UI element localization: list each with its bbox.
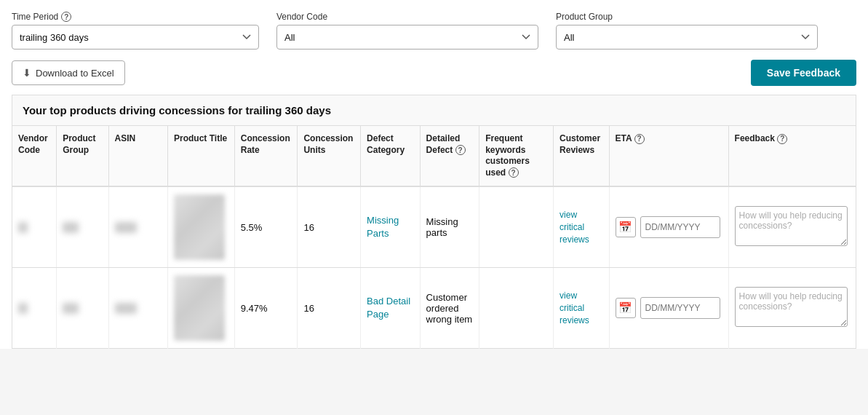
filters-row: Time Period ? trailing 360 days Vendor C…: [12, 12, 856, 50]
cell-feedback-2: [728, 268, 856, 349]
cell-eta-1: 📅: [609, 186, 728, 268]
concession-rate-value-2: 9.47%: [241, 303, 268, 314]
summary-banner: Your top products driving concessions fo…: [12, 95, 856, 125]
cell-product-title-2: [168, 268, 235, 349]
cell-customer-reviews-2: view critical reviews: [554, 268, 609, 349]
detailed-defect-help-icon[interactable]: ?: [455, 145, 466, 155]
cell-frequent-keywords-2: [479, 268, 554, 349]
time-period-select[interactable]: trailing 360 days: [12, 25, 259, 50]
download-label: Download to Excel: [36, 68, 114, 79]
time-period-help-icon[interactable]: ?: [61, 12, 71, 22]
col-header-asin: ASIN: [108, 126, 168, 187]
cell-customer-reviews-1: view critical reviews: [554, 186, 609, 268]
calendar-icon-btn-2[interactable]: 📅: [616, 298, 636, 318]
col-header-concession-rate: Concession Rate: [234, 126, 298, 187]
customer-reviews-link-1[interactable]: view critical reviews: [560, 210, 589, 245]
download-icon: ⬇: [23, 67, 31, 79]
eta-input-2[interactable]: [640, 297, 720, 319]
concession-units-value-1: 16: [303, 222, 314, 233]
feedback-textarea-2[interactable]: [735, 287, 848, 327]
col-header-detailed-defect: Detailed Defect ?: [420, 126, 479, 187]
cell-frequent-keywords-1: [479, 186, 554, 268]
cell-vendor-code-1: ---: [12, 186, 57, 268]
cell-concession-rate-2: 9.47%: [234, 268, 298, 349]
col-header-concession-units: Concession Units: [298, 126, 361, 187]
cell-product-group-1: -----: [57, 186, 108, 268]
eta-cell-2: 📅: [616, 297, 722, 319]
feedback-help-icon[interactable]: ?: [777, 134, 787, 144]
filter-vendor-code: Vendor Code All: [276, 12, 538, 50]
detailed-defect-value-2: Customer ordered wrong item: [426, 292, 473, 325]
col-header-feedback: Feedback ?: [728, 126, 856, 187]
detailed-defect-value-1: Missing parts: [426, 216, 458, 238]
blurred-product-group-1: -----: [63, 222, 79, 233]
defect-category-link-1[interactable]: Missing Parts: [367, 215, 399, 239]
data-table: Vendor Code Product Group ASIN Product T…: [12, 125, 856, 349]
cell-defect-category-2: Bad Detail Page: [361, 268, 421, 349]
download-button[interactable]: ⬇ Download to Excel: [12, 60, 125, 85]
save-feedback-button[interactable]: Save Feedback: [751, 60, 856, 86]
col-header-vendor-code: Vendor Code: [12, 126, 57, 187]
filter-time-period: Time Period ? trailing 360 days: [12, 12, 259, 50]
vendor-code-select[interactable]: All: [276, 25, 538, 50]
blurred-vendor-code-2: ---: [18, 303, 28, 314]
col-header-customer-reviews: Customer Reviews: [554, 126, 609, 187]
blurred-vendor-code-1: ---: [18, 222, 28, 233]
time-period-label-text: Time Period: [12, 12, 58, 22]
product-image-1: [174, 194, 225, 260]
col-header-frequent-keywords: Frequent keywords customers used ?: [479, 126, 554, 187]
cell-product-title-1: [168, 186, 235, 268]
toolbar-row: ⬇ Download to Excel Save Feedback: [12, 60, 856, 86]
eta-cell-1: 📅: [616, 216, 722, 238]
calendar-icon-btn-1[interactable]: 📅: [616, 217, 636, 237]
cell-concession-units-1: 16: [298, 186, 361, 268]
col-header-defect-category: Defect Category: [361, 126, 421, 187]
cell-feedback-1: [728, 186, 856, 268]
concession-rate-value-1: 5.5%: [241, 222, 263, 233]
product-image-2: [174, 275, 225, 341]
vendor-code-label: Vendor Code: [276, 12, 538, 22]
product-group-label-text: Product Group: [556, 12, 613, 22]
table-row: --- ----- ------- 5.5% 16 Missi: [12, 186, 856, 268]
cell-detailed-defect-1: Missing parts: [420, 186, 479, 268]
eta-input-1[interactable]: [640, 216, 720, 238]
eta-help-icon[interactable]: ?: [634, 134, 645, 144]
cell-asin-1: -------: [108, 186, 168, 268]
product-group-select[interactable]: All: [556, 25, 818, 50]
cell-product-group-2: -----: [57, 268, 108, 349]
blurred-asin-2: -------: [115, 303, 137, 314]
cell-eta-2: 📅: [609, 268, 728, 349]
calendar-icon-1: 📅: [618, 221, 632, 234]
col-header-product-title: Product Title: [168, 126, 235, 187]
product-group-label: Product Group: [556, 12, 818, 22]
col-header-eta: ETA ?: [609, 126, 728, 187]
calendar-icon-2: 📅: [618, 301, 632, 315]
cell-concession-units-2: 16: [298, 268, 361, 349]
cell-concession-rate-1: 5.5%: [234, 186, 298, 268]
page-wrapper: Time Period ? trailing 360 days Vendor C…: [0, 0, 868, 349]
customer-reviews-link-2[interactable]: view critical reviews: [560, 290, 589, 325]
cell-vendor-code-2: ---: [12, 268, 57, 349]
col-header-product-group: Product Group: [57, 126, 108, 187]
blurred-asin-1: -------: [115, 222, 137, 233]
time-period-label: Time Period ?: [12, 12, 259, 22]
blurred-product-group-2: -----: [63, 303, 79, 314]
feedback-textarea-1[interactable]: [735, 206, 848, 246]
summary-text: Your top products driving concessions fo…: [23, 104, 331, 116]
filter-product-group: Product Group All: [556, 12, 818, 50]
defect-category-link-2[interactable]: Bad Detail Page: [367, 296, 410, 320]
cell-detailed-defect-2: Customer ordered wrong item: [420, 268, 479, 349]
vendor-code-label-text: Vendor Code: [276, 12, 327, 22]
table-header-row: Vendor Code Product Group ASIN Product T…: [12, 126, 856, 187]
frequent-keywords-help-icon[interactable]: ?: [509, 167, 519, 178]
cell-asin-2: -------: [108, 268, 168, 349]
cell-defect-category-1: Missing Parts: [361, 186, 421, 268]
concession-units-value-2: 16: [303, 303, 314, 314]
table-row: --- ----- ------- 9.47% 16 Bad: [12, 268, 856, 349]
